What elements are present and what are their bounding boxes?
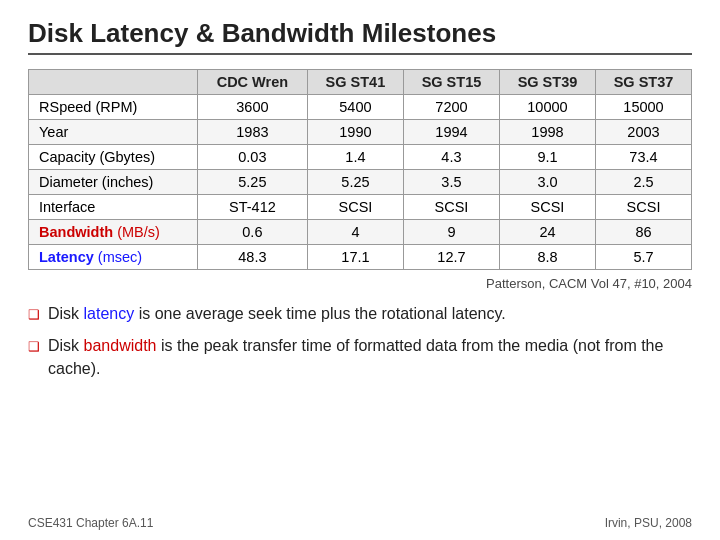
table-row: Latency (msec)48.317.112.78.85.7 [29, 245, 692, 270]
bullet-icon-bandwidth: ❑ [28, 338, 40, 356]
bullet-section: ❑ Disk latency is one average seek time … [28, 303, 692, 380]
row-label: Year [29, 120, 198, 145]
bullet-item-latency: ❑ Disk latency is one average seek time … [28, 303, 692, 325]
table-row: Capacity (Gbytes)0.031.44.39.173.4 [29, 145, 692, 170]
row-label: Latency (msec) [29, 245, 198, 270]
table-cell: 0.03 [197, 145, 307, 170]
col-header-label [29, 70, 198, 95]
table-cell: 24 [499, 220, 595, 245]
table-cell: 5.25 [197, 170, 307, 195]
table-cell: ST-412 [197, 195, 307, 220]
bandwidth-label: Bandwidth (MB/s) [39, 224, 160, 240]
table-row: Diameter (inches)5.255.253.53.02.5 [29, 170, 692, 195]
table-row: InterfaceST-412SCSISCSISCSISCSI [29, 195, 692, 220]
table-cell: 4.3 [403, 145, 499, 170]
col-header-sg-st15: SG ST15 [403, 70, 499, 95]
table-cell: 1983 [197, 120, 307, 145]
table-cell: 15000 [595, 95, 691, 120]
table-row: RSpeed (RPM)3600540072001000015000 [29, 95, 692, 120]
table-cell: 10000 [499, 95, 595, 120]
table-row: Year19831990199419982003 [29, 120, 692, 145]
bullet-item-bandwidth: ❑ Disk bandwidth is the peak transfer ti… [28, 335, 692, 380]
table-cell: 2003 [595, 120, 691, 145]
table-cell: SCSI [595, 195, 691, 220]
table-cell: 9.1 [499, 145, 595, 170]
table-cell: 3.5 [403, 170, 499, 195]
table-cell: 48.3 [197, 245, 307, 270]
latency-label: Latency (msec) [39, 249, 142, 265]
row-label: Diameter (inches) [29, 170, 198, 195]
table-cell: 1998 [499, 120, 595, 145]
bullet-text-latency: Disk latency is one average seek time pl… [48, 303, 506, 325]
table-cell: 73.4 [595, 145, 691, 170]
bullet-icon-latency: ❑ [28, 306, 40, 324]
col-header-sg-st39: SG ST39 [499, 70, 595, 95]
row-label: Bandwidth (MB/s) [29, 220, 198, 245]
milestones-table: CDC WrenSG ST41SG ST15SG ST39SG ST37 RSp… [28, 69, 692, 270]
col-header-sg-st41: SG ST41 [307, 70, 403, 95]
table-cell: 12.7 [403, 245, 499, 270]
citation: Patterson, CACM Vol 47, #10, 2004 [28, 276, 692, 291]
table-cell: 7200 [403, 95, 499, 120]
table-cell: 9 [403, 220, 499, 245]
row-label: Interface [29, 195, 198, 220]
col-header-cdc-wren: CDC Wren [197, 70, 307, 95]
row-label: RSpeed (RPM) [29, 95, 198, 120]
table-cell: 0.6 [197, 220, 307, 245]
table-cell: SCSI [499, 195, 595, 220]
table-row: Bandwidth (MB/s)0.6492486 [29, 220, 692, 245]
page-title: Disk Latency & Bandwidth Milestones [28, 18, 692, 55]
table-cell: 4 [307, 220, 403, 245]
footer: CSE431 Chapter 6A.11 Irvin, PSU, 2008 [28, 516, 692, 530]
table-cell: 5400 [307, 95, 403, 120]
table-cell: 5.7 [595, 245, 691, 270]
table-cell: SCSI [307, 195, 403, 220]
table-cell: 1.4 [307, 145, 403, 170]
table-cell: 3.0 [499, 170, 595, 195]
row-label: Capacity (Gbytes) [29, 145, 198, 170]
table-cell: 1994 [403, 120, 499, 145]
col-header-sg-st37: SG ST37 [595, 70, 691, 95]
table-cell: 86 [595, 220, 691, 245]
table-cell: 8.8 [499, 245, 595, 270]
bullet-text-bandwidth: Disk bandwidth is the peak transfer time… [48, 335, 692, 380]
table-cell: 3600 [197, 95, 307, 120]
table-cell: 17.1 [307, 245, 403, 270]
table-cell: 5.25 [307, 170, 403, 195]
footer-right: Irvin, PSU, 2008 [605, 516, 692, 530]
bandwidth-highlight: bandwidth [84, 337, 157, 354]
footer-left: CSE431 Chapter 6A.11 [28, 516, 153, 530]
latency-highlight: latency [84, 305, 135, 322]
table-cell: 2.5 [595, 170, 691, 195]
table-cell: SCSI [403, 195, 499, 220]
table-cell: 1990 [307, 120, 403, 145]
